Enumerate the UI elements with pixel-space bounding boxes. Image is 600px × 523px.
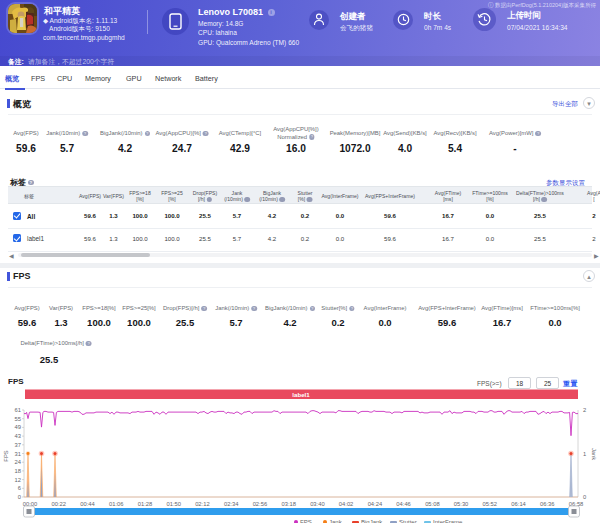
svg-text:37: 37	[15, 442, 21, 448]
svg-text:BigJank: BigJank	[361, 519, 383, 523]
svg-text:43: 43	[15, 433, 21, 439]
svg-text:Jank: Jank	[329, 519, 343, 523]
svg-text:31: 31	[15, 451, 21, 457]
svg-text:FPS: FPS	[300, 519, 312, 523]
svg-text:61: 61	[15, 407, 21, 413]
svg-text:InterFrame: InterFrame	[433, 519, 463, 523]
svg-text:18: 18	[15, 468, 21, 474]
svg-text:02:12: 02:12	[195, 501, 210, 507]
svg-text:label1: label1	[292, 391, 310, 398]
svg-text:02:34: 02:34	[224, 501, 239, 507]
svg-text:05:08: 05:08	[425, 501, 440, 507]
svg-text:00:22: 00:22	[51, 501, 66, 507]
svg-text:55: 55	[15, 416, 21, 422]
svg-text:05:30: 05:30	[454, 501, 469, 507]
svg-text:0: 0	[583, 494, 586, 500]
svg-text:02:56: 02:56	[253, 501, 268, 507]
svg-text:06:14: 06:14	[511, 501, 526, 507]
svg-text:01:06: 01:06	[109, 501, 124, 507]
svg-text:01:28: 01:28	[138, 501, 153, 507]
svg-text:12: 12	[15, 477, 21, 483]
svg-text:0: 0	[18, 494, 21, 500]
svg-text:03:40: 03:40	[310, 501, 325, 507]
svg-text:01:50: 01:50	[166, 501, 181, 507]
svg-text:00:44: 00:44	[80, 501, 95, 507]
svg-text:24: 24	[15, 459, 22, 465]
svg-text:05:52: 05:52	[483, 501, 498, 507]
svg-text:04:02: 04:02	[339, 501, 354, 507]
svg-text:2: 2	[583, 407, 586, 413]
svg-text:04:46: 04:46	[396, 501, 411, 507]
svg-text:1: 1	[583, 451, 586, 457]
svg-text:Stutter: Stutter	[399, 519, 417, 523]
svg-text:6: 6	[18, 485, 21, 491]
svg-text:49: 49	[15, 424, 21, 430]
svg-text:03:18: 03:18	[281, 501, 296, 507]
svg-text:FPS: FPS	[3, 450, 9, 461]
svg-text:04:24: 04:24	[368, 501, 383, 507]
svg-text:06:36: 06:36	[540, 501, 555, 507]
svg-text:Jank: Jank	[591, 448, 597, 460]
